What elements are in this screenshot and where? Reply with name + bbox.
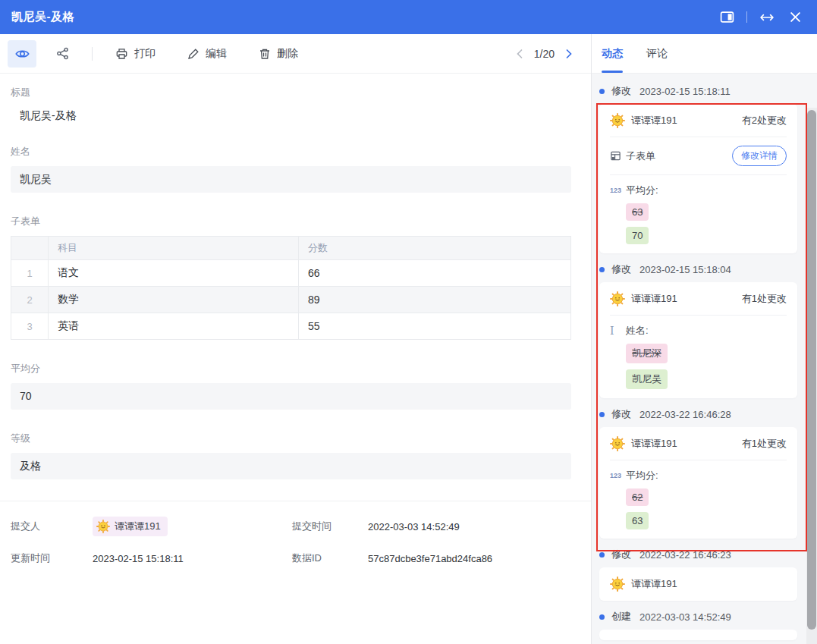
- row-subject: 语文: [49, 260, 299, 287]
- entry-time: 2022-03-22 16:46:28: [639, 409, 731, 420]
- user-avatar: [610, 576, 625, 592]
- activity-list: 修改 2023-02-15 15:18:11 谭谭谭191 有2处更改 子表单 …: [592, 74, 817, 644]
- field-change-row: 123 平均分:: [610, 184, 787, 197]
- activity-card: 谭谭谭191 有1处更改 I 姓名: 凯尼深 凯尼吴: [599, 282, 797, 398]
- old-value-chip: 凯尼深: [626, 344, 668, 363]
- user-row: 谭谭谭191 有1处更改: [610, 291, 787, 306]
- tab-activity[interactable]: 动态: [602, 34, 623, 73]
- record-meta: 提交人 谭谭谭191 提交时间 2022-03-03 14:52:49 更新时间…: [11, 501, 571, 565]
- sidebar-tabs: 动态 评论: [592, 34, 817, 74]
- timeline-dot-icon: [599, 552, 605, 558]
- number-field-icon: 123: [610, 187, 626, 194]
- activity-card: [599, 630, 797, 640]
- subform-field-icon: [610, 150, 626, 162]
- activity-card: 谭谭谭191: [599, 567, 797, 601]
- user-name: 谭谭谭191: [631, 577, 677, 591]
- user-row: 谭谭谭191: [610, 576, 787, 592]
- subform-table: 科目 分数 1 语文 66 2 数学 89 3 英语 55: [11, 236, 571, 340]
- activity-entry-header: 修改 2023-02-15 15:18:04: [599, 262, 797, 276]
- delete-button[interactable]: 删除: [259, 47, 298, 61]
- field-grade-value: 及格: [11, 453, 571, 479]
- entry-time: 2023-02-15 15:18:04: [639, 264, 731, 275]
- change-values: 63 70: [610, 203, 787, 244]
- changed-field-name: 子表单: [626, 149, 655, 163]
- field-subform-label: 子表单: [11, 215, 571, 228]
- field-average: 平均分 70: [11, 362, 571, 410]
- field-title: 标题 凯尼吴-及格: [11, 86, 571, 123]
- row-subject: 数学: [49, 287, 299, 313]
- window-title: 凯尼吴-及格: [11, 10, 74, 24]
- timeline-dot-icon: [599, 614, 605, 620]
- titlebar-divider: [746, 11, 747, 23]
- prev-record-icon[interactable]: [516, 49, 523, 59]
- subform-header-row: 科目 分数: [11, 237, 571, 260]
- row-index: 2: [11, 287, 49, 313]
- activity-entry-header: 修改 2022-03-22 16:46:28: [599, 407, 797, 421]
- update-time-label: 更新时间: [11, 551, 93, 565]
- field-average-value: 70: [11, 383, 571, 410]
- card-divider: [610, 137, 787, 137]
- changed-field-name: 平均分:: [626, 184, 658, 197]
- view-mode-button[interactable]: [8, 40, 36, 68]
- edit-icon: [187, 48, 200, 60]
- row-index: 3: [11, 313, 49, 340]
- next-record-icon[interactable]: [565, 49, 573, 59]
- record-pager: 1/20: [516, 48, 573, 60]
- activity-entry-header: 创建 2022-03-03 14:52:49: [599, 610, 797, 624]
- entry-time: 2023-02-15 15:18:11: [639, 86, 731, 97]
- subform-change-row: 子表单 修改详情: [610, 146, 787, 166]
- share-icon[interactable]: [56, 47, 69, 60]
- field-change-row: 123 平均分:: [610, 469, 787, 482]
- row-score: 66: [299, 260, 571, 287]
- pager-value: 1/20: [534, 48, 555, 60]
- old-value-chip: 63: [626, 203, 649, 221]
- delete-icon: [259, 48, 271, 60]
- field-grade: 等级 及格: [11, 432, 571, 479]
- change-count-badge: 有1处更改: [742, 437, 787, 451]
- change-values: 凯尼深 凯尼吴: [610, 344, 787, 389]
- print-button[interactable]: 打印: [115, 47, 156, 61]
- user-row: 谭谭谭191 有2处更改: [610, 113, 787, 128]
- field-name: 姓名 凯尼吴: [11, 145, 571, 193]
- toolbar-divider: [92, 47, 93, 61]
- new-value-chip: 63: [626, 512, 649, 529]
- timeline-dot-icon: [599, 267, 605, 272]
- toggle-sidebar-icon[interactable]: [718, 9, 735, 26]
- delete-label: 删除: [277, 47, 298, 61]
- entry-action: 修改: [611, 84, 631, 98]
- sidebar-scrollbar: [806, 108, 817, 644]
- changed-field-name: 平均分:: [626, 469, 658, 482]
- field-average-label: 平均分: [11, 362, 571, 375]
- submitter-label: 提交人: [11, 520, 93, 533]
- change-count-badge: 有2处更改: [742, 114, 787, 127]
- table-row: 3 英语 55: [11, 313, 571, 340]
- data-id-label: 数据ID: [292, 551, 368, 565]
- close-icon[interactable]: [787, 9, 803, 26]
- update-time-value: 2023-02-15 15:18:11: [93, 553, 292, 564]
- user-avatar: [610, 436, 625, 451]
- row-index: 1: [11, 260, 49, 287]
- submitter-name: 谭谭谭191: [115, 520, 161, 533]
- user-name: 谭谭谭191: [631, 437, 677, 451]
- submit-time-label: 提交时间: [292, 520, 368, 533]
- field-title-label: 标题: [11, 86, 571, 99]
- print-label: 打印: [134, 47, 156, 61]
- scrollbar-thumb[interactable]: [807, 110, 816, 630]
- change-detail-button[interactable]: 修改详情: [732, 146, 787, 166]
- expand-horizontal-icon[interactable]: [759, 9, 775, 26]
- activity-entry-header: 修改 2023-02-15 15:18:11: [599, 84, 797, 98]
- form-content: 标题 凯尼吴-及格 姓名 凯尼吴 子表单 科目 分数 1 语文 66: [0, 74, 591, 565]
- row-score: 55: [299, 313, 571, 340]
- entry-action: 修改: [611, 407, 631, 421]
- field-name-value: 凯尼吴: [11, 166, 571, 193]
- tab-comments[interactable]: 评论: [646, 34, 668, 73]
- entry-time: 2022-03-22 16:46:23: [639, 549, 731, 561]
- user-row: 谭谭谭191 有1处更改: [610, 436, 787, 451]
- entry-action: 创建: [611, 610, 631, 624]
- timeline-dot-icon: [599, 412, 605, 417]
- changed-field-name: 姓名:: [626, 324, 649, 338]
- titlebar-actions: [718, 9, 803, 26]
- field-subform: 子表单 科目 分数 1 语文 66 2 数学 89: [11, 215, 571, 340]
- edit-button[interactable]: 编辑: [187, 47, 227, 61]
- submitter-chip: 谭谭谭191: [93, 517, 168, 536]
